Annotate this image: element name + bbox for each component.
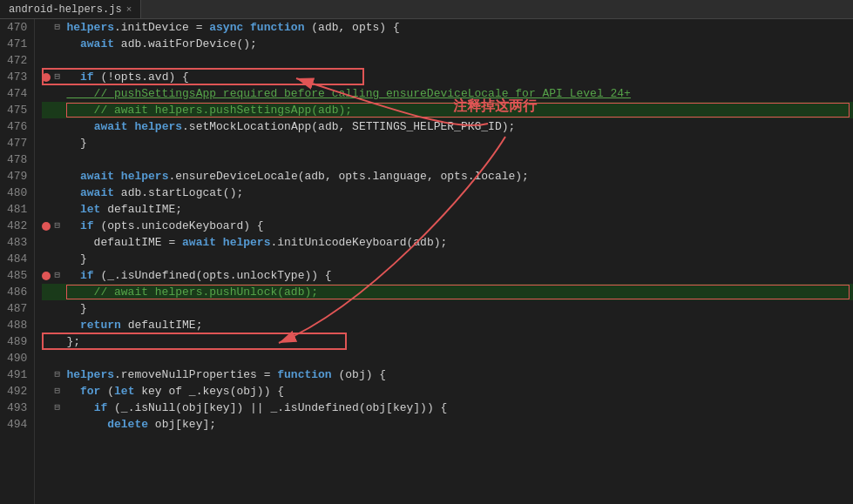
tab-close-icon[interactable]: × — [126, 4, 132, 15]
code-line: ⊟helpers.initDevice = async function (ad… — [42, 19, 853, 36]
code-line: ⊟ if (opts.unicodeKeyboard) { — [42, 218, 853, 234]
code-line: // await helpers.pushSettingsApp(adb); — [42, 102, 853, 118]
code-line: ⊟ if (_.isNull(obj[key]) || _.isUndefine… — [42, 400, 853, 416]
code-lines-container: ⊟helpers.initDevice = async function (ad… — [42, 19, 853, 433]
code-line — [42, 52, 853, 69]
code-line: return defaultIME; — [42, 317, 853, 333]
code-line: ⊟ if (_.isUndefined(opts.unlockType)) { — [42, 267, 853, 284]
code-line: delete obj[key]; — [42, 416, 853, 433]
file-tab[interactable]: android-helpers.js × — [0, 0, 141, 18]
code-line: // pushSettingsApp required before calli… — [42, 85, 853, 102]
code-line: await adb.waitForDevice(); — [42, 36, 853, 52]
code-line: await helpers.setMockLocationApp(adb, SE… — [42, 118, 853, 135]
code-line: await helpers.ensureDeviceLocale(adb, op… — [42, 168, 853, 185]
code-line: let defaultIME; — [42, 201, 853, 218]
code-area[interactable]: 注释掉这两行 ⊟helpers.initDevice = as — [35, 19, 853, 504]
code-line: } — [42, 135, 853, 151]
code-line: ⊟ if (!opts.avd) { — [42, 69, 853, 85]
code-line: await adb.startLogcat(); — [42, 185, 853, 201]
code-line: ⊟helpers.removeNullProperties = function… — [42, 366, 853, 383]
code-line: } — [42, 251, 853, 267]
code-line — [42, 151, 853, 168]
code-line: ⊟ for (let key of _.keys(obj)) { — [42, 383, 853, 400]
code-editor: 4704714724734744754764774784794804814824… — [0, 19, 853, 504]
code-line: // await helpers.pushUnlock(adb); — [42, 284, 853, 300]
code-line: defaultIME = await helpers.initUnicodeKe… — [42, 234, 853, 251]
tab-filename: android-helpers.js — [9, 3, 122, 16]
tab-bar: android-helpers.js × — [0, 0, 853, 19]
code-line: } — [42, 300, 853, 317]
code-line — [42, 350, 853, 366]
editor-window: android-helpers.js × 4704714724734744754… — [0, 0, 853, 504]
line-numbers: 4704714724734744754764774784794804814824… — [0, 19, 35, 504]
code-line: }; — [42, 333, 853, 350]
